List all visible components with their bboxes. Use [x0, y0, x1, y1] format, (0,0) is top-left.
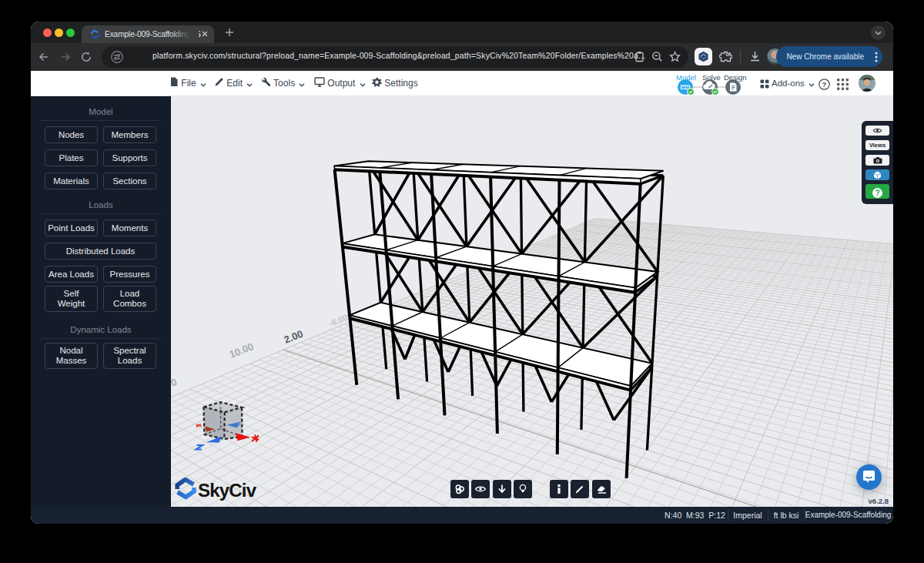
- svg-text:0: 0: [171, 376, 179, 389]
- svg-text:10.00: 10.00: [228, 340, 256, 360]
- svg-text:SkyCiv: SkyCiv: [198, 480, 257, 501]
- svg-text:2.00: 2.00: [283, 328, 305, 346]
- svg-text:?: ?: [822, 80, 827, 89]
- svg-text:-6.00: -6.00: [327, 313, 349, 328]
